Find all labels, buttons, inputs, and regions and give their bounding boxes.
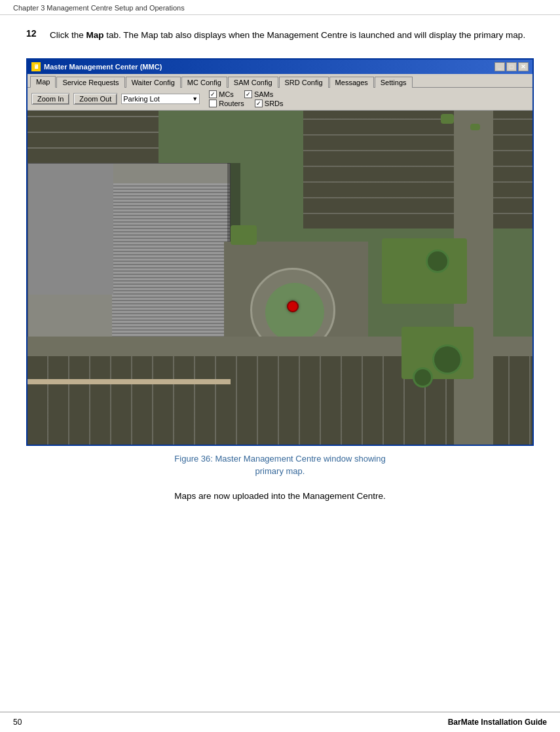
routers-checkbox[interactable] <box>209 100 217 107</box>
checkboxes-group: MCs SAMs Routers <box>209 90 283 107</box>
mmc-titlebar-controls[interactable]: _ □ ✕ <box>495 62 529 71</box>
tab-messages[interactable]: Messages <box>329 77 374 88</box>
step-text-after: tab. The Map tab also displays when the … <box>104 30 526 40</box>
tab-settings[interactable]: Settings <box>375 77 413 88</box>
roundabout-inner <box>265 283 324 342</box>
tab-srd-config[interactable]: SRD Config <box>279 77 329 88</box>
page-footer: 50 BarMate Installation Guide <box>0 712 560 732</box>
sidewalk <box>28 379 231 384</box>
building-left-wing <box>28 164 113 295</box>
srds-checkbox[interactable] <box>255 100 263 107</box>
step-bold: Map <box>86 30 104 40</box>
dropdown-value: Parking Lot <box>123 95 160 103</box>
page-container: Chapter 3 Management Centre Setup and Op… <box>0 0 560 732</box>
grass-spot-2 <box>470 124 480 130</box>
grass-area-1 <box>382 238 467 304</box>
step-text-before: Click the <box>50 30 86 40</box>
grass-spot-1 <box>441 114 454 124</box>
checkbox-mcs[interactable]: MCs <box>209 90 234 98</box>
mcs-checkbox[interactable] <box>209 90 217 98</box>
figure-caption: Figure 36: Master Management Centre wind… <box>84 452 477 478</box>
mmc-map-area: White <box>28 111 532 445</box>
red-marker <box>287 301 299 312</box>
footer-brand: BarMate Installation Guide <box>448 718 547 727</box>
satellite-map: White <box>28 111 532 445</box>
tab-sam-config[interactable]: SAM Config <box>228 77 278 88</box>
tree-2 <box>434 346 460 373</box>
step-number: 12 <box>26 28 50 39</box>
step-row-12: 12 Click the Map tab. The Map tab also d… <box>26 28 534 43</box>
mmc-title-text: Master Management Center (MMC) <box>44 63 162 71</box>
routers-label: Routers <box>219 100 244 107</box>
mmc-titlebar-left: 🖥 Master Management Center (MMC) <box>31 62 162 71</box>
content-area: 12 Click the Map tab. The Map tab also d… <box>0 15 560 534</box>
zoom-in-button[interactable]: Zoom In <box>31 93 69 105</box>
checkbox-routers[interactable]: Routers <box>209 100 244 107</box>
maps-uploaded-text: Maps are now uploaded into the Managemen… <box>26 491 534 501</box>
chapter-header: Chapter 3 Management Centre Setup and Op… <box>0 0 560 15</box>
sams-label: SAMs <box>254 90 273 98</box>
close-button[interactable]: ✕ <box>518 62 529 71</box>
checkbox-row-bottom: Routers SRDs <box>209 100 283 107</box>
tab-mc-config[interactable]: MC Config <box>181 77 227 88</box>
mmc-window-wrap: 🖥 Master Management Center (MMC) _ □ ✕ M… <box>26 58 534 446</box>
checkbox-sams[interactable]: SAMs <box>244 90 273 98</box>
mmc-toolbar: Zoom In Zoom Out Parking Lot ▼ MCs <box>28 88 532 111</box>
zoom-out-button[interactable]: Zoom Out <box>73 93 117 105</box>
tab-waiter-config[interactable]: Waiter Config <box>126 77 181 88</box>
minimize-button[interactable]: _ <box>495 62 505 71</box>
breadcrumb: Chapter 3 Management Centre Setup and Op… <box>13 4 185 12</box>
mmc-titlebar: 🖥 Master Management Center (MMC) _ □ ✕ <box>28 60 532 74</box>
grass-center <box>231 225 257 245</box>
figure-caption-line2: primary map. <box>255 466 305 476</box>
mmc-window: 🖥 Master Management Center (MMC) _ □ ✕ M… <box>26 58 534 446</box>
parking-lines-top-right <box>303 111 532 229</box>
srds-label: SRDs <box>265 100 284 107</box>
tab-map[interactable]: Map <box>30 76 56 88</box>
mcs-label: MCs <box>219 90 234 98</box>
checkbox-row-top: MCs SAMs <box>209 90 283 98</box>
page-number: 50 <box>13 718 22 727</box>
tab-service-requests[interactable]: Service Requests <box>56 77 124 88</box>
checkbox-srds[interactable]: SRDs <box>255 100 284 107</box>
map-dropdown[interactable]: Parking Lot ▼ <box>121 94 200 104</box>
maximize-button[interactable]: □ <box>506 62 517 71</box>
tree-3 <box>415 369 431 386</box>
step-text: Click the Map tab. The Map tab also disp… <box>50 28 534 43</box>
roof-stripes <box>112 183 230 360</box>
sams-checkbox[interactable] <box>244 90 252 98</box>
figure-caption-line1: Figure 36: Master Management Centre wind… <box>174 454 385 464</box>
mmc-title-icon: 🖥 <box>31 62 41 71</box>
tree-1 <box>428 251 447 271</box>
dropdown-arrow-icon: ▼ <box>190 96 198 102</box>
mmc-tabbar: Map Service Requests Waiter Config MC Co… <box>28 74 532 88</box>
